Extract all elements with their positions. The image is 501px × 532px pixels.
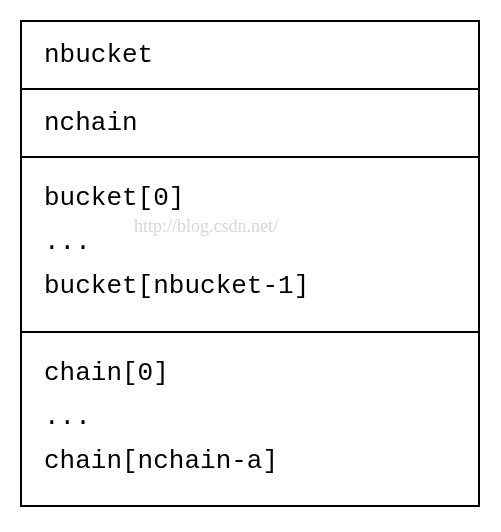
cell-label: nbucket [44,40,153,70]
bucket-ellipsis: ... [44,220,456,264]
row-nchain: nchain [22,90,478,158]
row-nbucket: nbucket [22,22,478,90]
chain-first: chain[0] [44,351,456,395]
chain-last: chain[nchain-a] [44,439,456,483]
row-chain-array: chain[0] ... chain[nchain-a] [22,333,478,506]
cell-label: nchain [44,108,138,138]
bucket-last: bucket[nbucket-1] [44,264,456,308]
row-bucket-array: bucket[0] ... bucket[nbucket-1] http://b… [22,158,478,333]
chain-ellipsis: ... [44,395,456,439]
bucket-first: bucket[0] [44,176,456,220]
hash-table-diagram: nbucket nchain bucket[0] ... bucket[nbuc… [20,20,480,507]
